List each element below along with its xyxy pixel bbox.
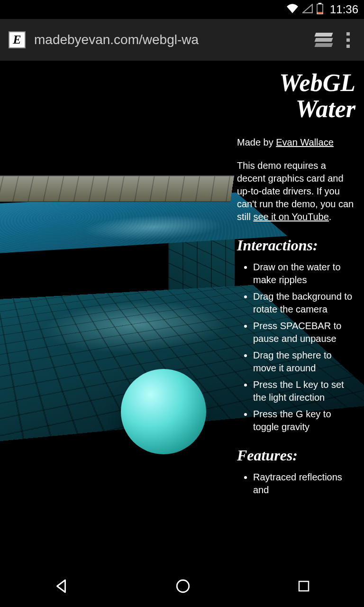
list-item: Drag the background to rotate the camera (253, 290, 355, 316)
recents-button[interactable] (297, 579, 311, 595)
svg-rect-0 (318, 3, 322, 4)
desc-text-2: . (329, 212, 332, 222)
tabs-icon[interactable] (315, 33, 332, 47)
android-nav-bar (0, 567, 364, 607)
info-panel: WebGL Water Made by Evan Wallace This de… (237, 70, 355, 500)
cell-signal-icon (302, 4, 313, 15)
list-item: Press the G key to toggle gravity (253, 408, 355, 433)
page-content: WebGL Water Made by Evan Wallace This de… (0, 61, 364, 567)
android-status-bar: 11:36 (0, 0, 364, 19)
url-bar[interactable]: madebyevan.com/webgl-wa (34, 32, 307, 47)
features-list: Raytraced reflections and (237, 471, 355, 497)
pool-rim (0, 175, 234, 202)
site-favicon: E (9, 31, 26, 48)
status-time: 11:36 (330, 3, 358, 16)
back-button[interactable] (53, 578, 69, 596)
author-link[interactable]: Evan Wallace (276, 137, 334, 147)
list-item: Press the L key to set the light directi… (253, 378, 355, 404)
interactions-heading: Interactions: (237, 237, 355, 254)
youtube-link[interactable]: see it on YouTube (253, 212, 328, 222)
wifi-icon (286, 4, 299, 15)
svg-rect-3 (317, 12, 322, 14)
list-item: Press SPACEBAR to pause and unpause (253, 320, 355, 345)
sphere[interactable] (121, 369, 206, 454)
page-title: WebGL Water (237, 70, 355, 122)
home-button[interactable] (175, 578, 191, 596)
battery-icon (317, 3, 323, 16)
features-heading: Features: (237, 447, 355, 464)
byline-prefix: Made by (237, 137, 276, 147)
byline: Made by Evan Wallace (237, 136, 355, 149)
list-item: Drag the sphere to move it around (253, 349, 355, 375)
description: This demo requires a decent graphics car… (237, 159, 355, 223)
interactions-list: Draw on the water to make ripples Drag t… (237, 261, 355, 433)
svg-point-4 (177, 580, 189, 592)
webgl-canvas[interactable] (0, 170, 232, 483)
list-item: Raytraced reflections and (253, 471, 355, 497)
svg-rect-5 (299, 581, 309, 591)
browser-toolbar: E madebyevan.com/webgl-wa (0, 19, 364, 61)
list-item: Draw on the water to make ripples (253, 261, 355, 286)
overflow-menu-icon[interactable] (341, 32, 355, 48)
svg-rect-2 (317, 4, 322, 12)
